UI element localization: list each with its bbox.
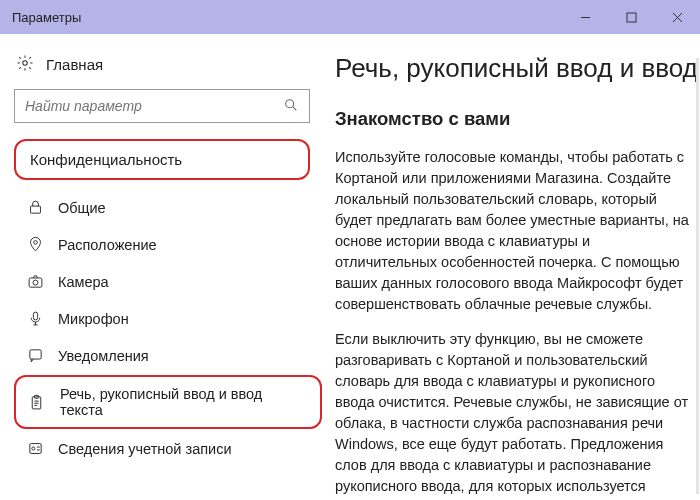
section-heading: Знакомство с вами [335, 106, 690, 133]
svg-point-19 [31, 447, 34, 450]
svg-rect-1 [627, 13, 636, 22]
sidebar-item-label: Микрофон [58, 311, 129, 327]
camera-icon [26, 273, 44, 290]
svg-point-4 [23, 61, 28, 66]
gear-icon [16, 54, 34, 75]
minimize-button[interactable] [562, 0, 608, 34]
category-header-privacy: Конфиденциальность [14, 139, 310, 180]
sidebar-item-notifications[interactable]: Уведомления [14, 338, 322, 373]
svg-point-10 [33, 280, 38, 285]
search-box[interactable] [14, 89, 310, 123]
svg-rect-9 [29, 278, 42, 287]
lock-icon [26, 199, 44, 216]
sidebar-item-camera[interactable]: Камера [14, 264, 322, 299]
sidebar-item-label: Сведения учетной записи [58, 441, 232, 457]
account-icon [26, 440, 44, 457]
sidebar-item-location[interactable]: Расположение [14, 227, 322, 262]
category-label: Конфиденциальность [30, 151, 182, 168]
content-pane: Речь, рукописный ввод и ввод текста Знак… [325, 34, 700, 500]
window-title: Параметры [12, 10, 81, 25]
paragraph-2: Если выключить эту функцию, вы не сможет… [335, 329, 690, 500]
scrollbar[interactable] [696, 58, 699, 494]
sidebar-item-label: Общие [58, 200, 106, 216]
svg-rect-12 [29, 350, 40, 359]
svg-line-6 [293, 106, 297, 110]
search-input[interactable] [25, 98, 283, 114]
sidebar-item-microphone[interactable]: Микрофон [14, 301, 322, 336]
sidebar-item-general[interactable]: Общие [14, 190, 322, 225]
home-label: Главная [46, 56, 103, 73]
svg-point-5 [286, 99, 294, 107]
titlebar: Параметры [0, 0, 700, 34]
location-icon [26, 236, 44, 253]
svg-rect-11 [33, 312, 37, 320]
page-title: Речь, рукописный ввод и ввод текста [335, 50, 690, 88]
clipboard-icon [28, 394, 46, 411]
sidebar-item-label: Камера [58, 274, 109, 290]
sidebar-item-label: Расположение [58, 237, 157, 253]
microphone-icon [26, 310, 44, 327]
svg-rect-7 [30, 206, 40, 213]
sidebar-item-speech[interactable]: Речь, рукописный ввод и ввод текста [14, 375, 322, 429]
maximize-button[interactable] [608, 0, 654, 34]
sidebar-item-label: Уведомления [58, 348, 149, 364]
sidebar: Главная Конфиденциальность Общие Располо… [0, 34, 325, 500]
sidebar-item-label: Речь, рукописный ввод и ввод текста [60, 386, 308, 418]
svg-point-8 [33, 241, 37, 245]
home-link[interactable]: Главная [14, 48, 319, 87]
notification-icon [26, 347, 44, 364]
search-icon [283, 97, 299, 116]
sidebar-item-account[interactable]: Сведения учетной записи [14, 431, 322, 466]
close-button[interactable] [654, 0, 700, 34]
paragraph-1: Используйте голосовые команды, чтобы раб… [335, 147, 690, 315]
